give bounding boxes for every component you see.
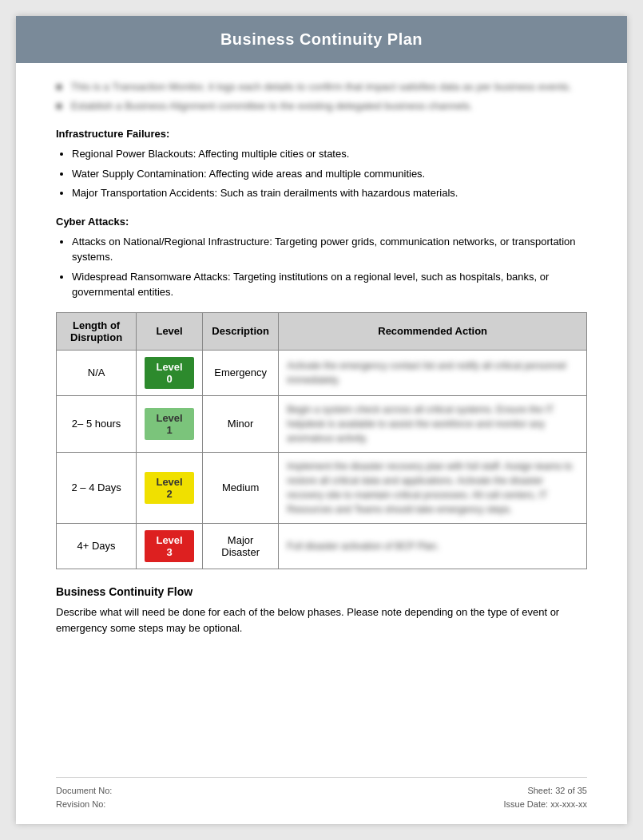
infrastructure-item-3: Major Transportation Accidents: Such as … bbox=[72, 185, 587, 201]
cell-action-3: Full disaster activation of BCP Plan. bbox=[279, 523, 587, 569]
cyber-item-1: Attacks on National/Regional Infrastruct… bbox=[72, 234, 587, 265]
cell-duration-2: 2 – 4 Days bbox=[57, 452, 137, 523]
action-text-3: Full disaster activation of BCP Plan. bbox=[287, 541, 439, 552]
page: Business Continuity Plan ■ This is a Tra… bbox=[16, 16, 627, 824]
issue-date: Issue Date: xx-xxx-xx bbox=[503, 798, 587, 812]
continuity-table: Length of Disruption Level Description R… bbox=[56, 312, 587, 569]
cell-action-2: Implement the disaster recovery plan wit… bbox=[279, 452, 587, 523]
infrastructure-item-2: Water Supply Contamination: Affecting wi… bbox=[72, 166, 587, 182]
flow-title: Business Continuity Flow bbox=[56, 585, 587, 598]
sheet-number: Sheet: 32 of 35 bbox=[503, 784, 587, 798]
cyber-title: Cyber Attacks: bbox=[56, 216, 587, 228]
page-title: Business Continuity Plan bbox=[220, 30, 423, 48]
table-row: 4+ Days Level 3 Major Disaster Full disa… bbox=[57, 523, 587, 569]
table-row: 2 – 4 Days Level 2 Medium Implement the … bbox=[57, 452, 587, 523]
footer-left: Document No: Revision No: bbox=[56, 784, 112, 812]
cell-level-3: Level 3 bbox=[137, 523, 203, 569]
content-area: ■ This is a Transaction Monitor, it logs… bbox=[16, 79, 627, 637]
footer-right: Sheet: 32 of 35 Issue Date: xx-xxx-xx bbox=[503, 784, 587, 812]
cell-description-1: Minor bbox=[202, 395, 278, 452]
level-badge-0: Level 0 bbox=[145, 357, 194, 389]
action-text-0: Activate the emergency contact list and … bbox=[287, 360, 566, 386]
table-row: N/A Level 0 Emergency Activate the emerg… bbox=[57, 350, 587, 395]
blurred-line-1: ■ This is a Transaction Monitor, it logs… bbox=[56, 79, 587, 95]
level-badge-2: Level 2 bbox=[145, 472, 194, 504]
col-header-description: Description bbox=[202, 312, 278, 350]
action-text-2: Implement the disaster recovery plan wit… bbox=[287, 461, 572, 515]
action-text-1: Begin a system check across all critical… bbox=[287, 404, 554, 444]
cell-duration-0: N/A bbox=[57, 350, 137, 395]
col-header-duration: Length of Disruption bbox=[57, 312, 137, 350]
cyber-item-2: Widespread Ransomware Attacks: Targeting… bbox=[72, 269, 587, 300]
flow-text: Describe what will need be done for each… bbox=[56, 604, 587, 638]
cell-level-2: Level 2 bbox=[137, 452, 203, 523]
revision-no-label: Revision No: bbox=[56, 798, 112, 812]
cell-duration-3: 4+ Days bbox=[57, 523, 137, 569]
cell-description-2: Medium bbox=[202, 452, 278, 523]
page-footer: Document No: Revision No: Sheet: 32 of 3… bbox=[56, 777, 587, 812]
col-header-level: Level bbox=[137, 312, 203, 350]
level-badge-1: Level 1 bbox=[145, 408, 194, 440]
col-header-action: Recommended Action bbox=[279, 312, 587, 350]
page-header: Business Continuity Plan bbox=[16, 16, 627, 63]
level-badge-3: Level 3 bbox=[145, 530, 194, 562]
cell-description-0: Emergency bbox=[202, 350, 278, 395]
infrastructure-item-1: Regional Power Blackouts: Affecting mult… bbox=[72, 146, 587, 162]
cell-description-3: Major Disaster bbox=[202, 523, 278, 569]
document-no-label: Document No: bbox=[56, 784, 112, 798]
cyber-list: Attacks on National/Regional Infrastruct… bbox=[72, 234, 587, 300]
infrastructure-list: Regional Power Blackouts: Affecting mult… bbox=[72, 146, 587, 201]
table-header-row: Length of Disruption Level Description R… bbox=[57, 312, 587, 350]
cell-action-1: Begin a system check across all critical… bbox=[279, 395, 587, 452]
cell-level-1: Level 1 bbox=[137, 395, 203, 452]
cell-duration-1: 2– 5 hours bbox=[57, 395, 137, 452]
cell-action-0: Activate the emergency contact list and … bbox=[279, 350, 587, 395]
top-blurred-section: ■ This is a Transaction Monitor, it logs… bbox=[56, 79, 587, 113]
cell-level-0: Level 0 bbox=[137, 350, 203, 395]
blurred-line-2: ■ Establish a Business Alignment committ… bbox=[56, 98, 587, 114]
table-row: 2– 5 hours Level 1 Minor Begin a system … bbox=[57, 395, 587, 452]
infrastructure-title: Infrastructure Failures: bbox=[56, 128, 587, 140]
